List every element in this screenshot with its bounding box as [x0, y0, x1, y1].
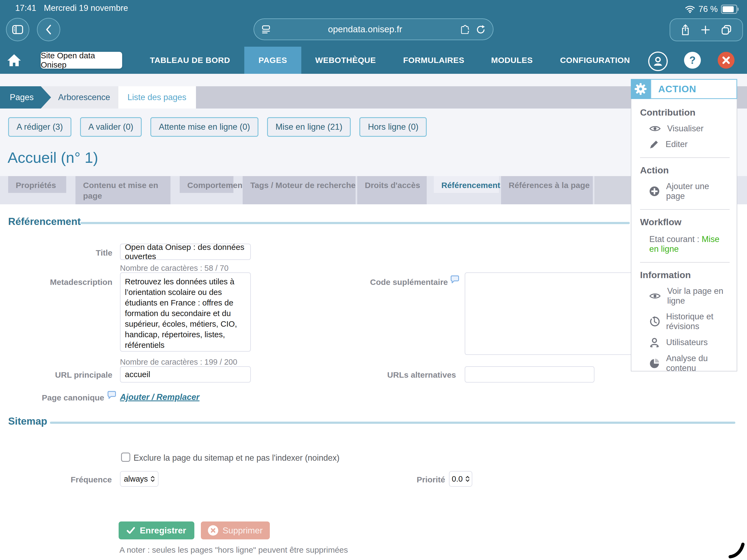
address-bar[interactable]: opendata.onisep.fr [254, 19, 493, 40]
panel-section-information: Information [640, 270, 730, 280]
frequence-select[interactable]: always [120, 471, 158, 487]
tab-proprietes[interactable]: Propriétés [8, 176, 66, 193]
check-icon [127, 527, 135, 534]
tab-contenu-et-mise-en-page[interactable]: Contenu et mise en page [75, 176, 171, 204]
panel-item-editer[interactable]: Editer [649, 139, 730, 149]
panel-item-label: Analyse du contenu [666, 353, 730, 371]
close-button[interactable] [718, 52, 735, 69]
nav-item-modules[interactable]: MODULES [491, 56, 533, 65]
browser-chrome: 17:41 Mercredi 19 novembre 76 % [0, 0, 747, 74]
home-icon[interactable] [7, 54, 21, 67]
panel-item-label: Visualiser [667, 124, 703, 133]
tab-tags-moteur-de-recherche[interactable]: Tags / Moteur de recherche [243, 176, 356, 204]
pencil-stroke-mark [727, 540, 746, 559]
section-divider [50, 422, 735, 424]
sidebar-icon [12, 25, 23, 34]
frequence-label: Fréquence [30, 475, 112, 485]
breadcrumb-root-pages[interactable]: Pages [0, 86, 51, 109]
section-heading-sitemap: Sitemap [8, 416, 47, 427]
pie-chart-icon [649, 358, 660, 369]
nav-item-webotheque[interactable]: WEBOTHÈQUE [315, 56, 376, 65]
nav-item-tableau-de-bord[interactable]: TABLEAU DE BORD [150, 56, 230, 65]
filter-attente-mise-en-ligne[interactable]: Attente mise en ligne (0) [150, 117, 258, 137]
section-divider [80, 222, 630, 224]
nav-item-pages[interactable]: PAGES [244, 47, 301, 74]
tab-referencement[interactable]: Référencement [434, 176, 499, 193]
canonical-add-replace-link[interactable]: Ajouter / Remplacer [120, 392, 200, 402]
stepper-icon [465, 476, 470, 482]
page-canonique-label: Page canonique [23, 393, 104, 403]
title-input[interactable]: Open data Onisep : des données ouvertes [120, 244, 251, 260]
reader-icon[interactable] [262, 25, 271, 34]
tab-droits-acces[interactable]: Droits d'accès [357, 176, 427, 204]
eye-icon [649, 292, 661, 300]
filter-mise-en-ligne[interactable]: Mise en ligne (21) [267, 117, 351, 137]
delete-button[interactable]: Supprimer [201, 522, 270, 539]
filter-a-rediger[interactable]: A rédiger (3) [8, 117, 71, 137]
url-text: opendata.onisep.fr [271, 24, 460, 34]
screen: 17:41 Mercredi 19 novembre 76 % [0, 0, 747, 560]
new-tab-button[interactable] [701, 25, 710, 35]
title-label: Title [31, 248, 112, 258]
delete-button-label: Supprimer [223, 526, 263, 536]
tooltip-icon[interactable] [450, 275, 459, 283]
priorite-value: 0.0 [452, 475, 463, 483]
nav-item-configuration[interactable]: CONFIGURATION [560, 56, 630, 65]
user-icon [652, 56, 663, 67]
panel-item-label: Utilisateurs [666, 338, 707, 347]
status-filters: A rédiger (3) A valider (0) Attente mise… [8, 117, 427, 137]
breadcrumb-item-liste-des-pages[interactable]: Liste des pages [127, 92, 186, 102]
panel-title: ACTION [650, 79, 737, 99]
panel-item-label: Editer [666, 139, 688, 149]
cms-nav-bar: Site Open data Onisep TABLEAU DE BORD PA… [0, 47, 747, 74]
user-account-button[interactable] [648, 52, 668, 71]
extensions-icon[interactable] [460, 25, 469, 34]
url-principale-input[interactable]: accueil [120, 366, 251, 382]
date: Mercredi 19 novembre [44, 3, 128, 13]
battery-icon [721, 5, 737, 14]
sidebar-toggle-button[interactable] [6, 18, 29, 41]
priorite-select[interactable]: 0.0 [449, 471, 472, 487]
breadcrumb-item-arborescence[interactable]: Arborescence [58, 92, 110, 102]
share-button[interactable] [681, 24, 690, 35]
urls-alternatives-input[interactable] [465, 366, 594, 382]
panel-item-label: Historique et révisions [666, 312, 730, 331]
circle-x-icon [208, 525, 218, 536]
tab-comportement[interactable]: Comportement [180, 176, 233, 193]
status-bar-right: 76 % [685, 4, 737, 14]
tab-strip-filler [594, 176, 633, 204]
workflow-state-label: Etat courant : [649, 234, 702, 244]
priorite-label: Priorité [364, 475, 445, 485]
panel-item-ajouter-une-page[interactable]: Ajouter une page [649, 182, 730, 201]
filter-hors-ligne[interactable]: Hors ligne (0) [359, 117, 427, 137]
noindex-checkbox-label: Exclure la page du sitemap et ne pas l'i… [133, 453, 340, 462]
back-button[interactable] [37, 18, 60, 41]
title-char-count: Nombre de caractères : 58 / 70 [120, 264, 229, 273]
panel-divider [640, 209, 730, 210]
save-button[interactable]: Enregistrer [119, 522, 195, 539]
browser-actions-group [670, 19, 743, 41]
noindex-checkbox[interactable] [121, 453, 130, 462]
action-panel: ACTION Contribution Visualiser [631, 79, 737, 371]
tabs-overview-button[interactable] [721, 25, 731, 35]
site-selector-button[interactable]: Site Open data Onisep [41, 52, 122, 69]
panel-section-workflow: Workflow [640, 217, 730, 228]
filter-a-valider[interactable]: A valider (0) [80, 117, 142, 137]
panel-item-utilisateurs[interactable]: Utilisateurs [649, 337, 730, 348]
action-panel-body: Contribution Visualiser Editer [631, 99, 737, 371]
nav-item-formulaires[interactable]: FORMULAIRES [403, 56, 464, 65]
reload-icon[interactable] [476, 25, 485, 34]
clock: 17:41 [15, 3, 36, 13]
help-button[interactable]: ? [684, 52, 701, 69]
panel-toggle-button[interactable] [631, 79, 650, 99]
panel-item-label: Voir la page en ligne [667, 286, 730, 306]
metadescription-textarea[interactable]: Retrouvez les données utiles à l’orienta… [120, 272, 251, 352]
panel-divider [640, 157, 730, 158]
panel-item-visualiser[interactable]: Visualiser [649, 124, 730, 133]
tab-references-a-la-page[interactable]: Références à la page [501, 176, 593, 204]
panel-item-analyse[interactable]: Analyse du contenu [649, 353, 730, 371]
panel-item-historique[interactable]: Historique et révisions [649, 312, 730, 331]
panel-item-voir-la-page[interactable]: Voir la page en ligne [649, 286, 730, 306]
tooltip-icon[interactable] [107, 391, 116, 399]
action-panel-header: ACTION [631, 79, 737, 99]
